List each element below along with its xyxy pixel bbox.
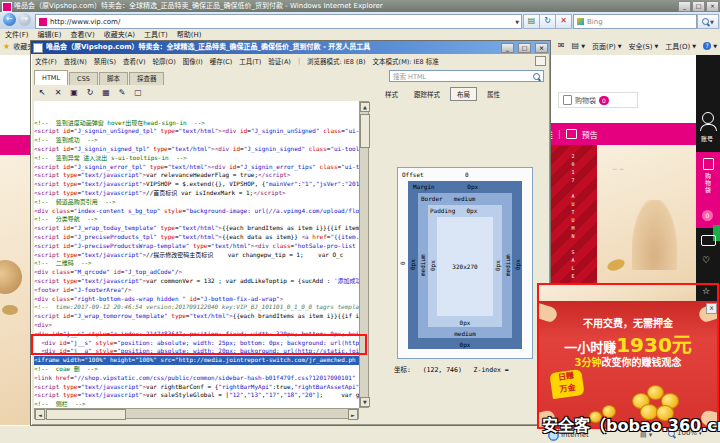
code-line[interactable]: <div id="j__s" style="z-index: 214748364… (34, 330, 359, 339)
code-line[interactable]: <script id="J_wrap_today_template" type=… (34, 224, 359, 233)
code-line[interactable]: <footer id="J-footerArea"/> (34, 286, 359, 295)
devtools-menu-item[interactable]: 工具(T) (239, 56, 261, 66)
url-text[interactable]: http://www.vip.com/ (50, 18, 513, 26)
account-icon[interactable] (702, 112, 714, 124)
maximize-button[interactable]: □ (692, 1, 705, 12)
code-line[interactable]: <div id="j__s" style="position: absolute… (34, 339, 359, 348)
code-line[interactable]: <script id="J_wrap_tomorrow_template" ty… (34, 312, 359, 321)
browser-mode-menu[interactable]: 浏览器模式: IE8 (B) (307, 56, 366, 66)
code-line[interactable]: <script id="J_signin_error_tpl" type="te… (34, 163, 359, 172)
devtools-right-tab[interactable]: 跟踪样式 (408, 88, 446, 100)
ad-banner[interactable]: 不用交费，无需押金 一小时赚1930元 3分钟改变你的赚钱观念 日赚 万金 x (537, 301, 719, 429)
devtools-maximize-button[interactable]: □ (518, 43, 531, 53)
safety-menu-button[interactable]: 安全(S)▼ (629, 41, 659, 51)
devtools-right-tab[interactable]: 属性 (481, 88, 506, 100)
address-dropdown-icon[interactable]: ▼ (513, 19, 521, 25)
compatibility-view-button[interactable]: ▤ (523, 14, 540, 29)
page-menu-button[interactable]: 页面(P)▼ (592, 41, 622, 51)
back-button[interactable]: ← (3, 13, 16, 26)
document-mode-menu[interactable]: 文本模式(M): IE8 标准 (373, 56, 439, 66)
code-line[interactable]: <script type="text/javascript">var relev… (34, 171, 359, 180)
devtools-tool-icon[interactable]: ✎ (115, 86, 129, 100)
devtools-menu-item[interactable]: 查看(V) (123, 56, 146, 66)
coupon-icon[interactable] (701, 235, 716, 246)
code-line[interactable]: <div> (34, 321, 359, 330)
code-line[interactable]: <div class="M_qrcode" id="J_top_adCode"/… (34, 268, 359, 277)
ad-close-button[interactable]: x (706, 303, 717, 314)
code-line[interactable]: <script id="J_signin_unSigned_tpl" type=… (34, 127, 359, 136)
code-line[interactable]: <div class="index-content s_bg_top" styl… (34, 207, 359, 216)
print-button[interactable]: ▤▼ (572, 42, 585, 50)
devtools-menu-item[interactable]: 图像(I) (183, 56, 203, 66)
code-line[interactable]: <script type="text/javascript">var right… (34, 383, 359, 392)
ie-menu-item[interactable]: 查看(V) (70, 29, 94, 39)
devtools-tab[interactable]: CSS (69, 72, 98, 85)
tools-menu-button[interactable]: 工具(O)▼ (665, 41, 696, 51)
nav-item-label[interactable]: 预告 (582, 129, 598, 140)
code-line[interactable]: <script type="text/javascript">//首页标识 va… (34, 189, 359, 198)
devtools-tab[interactable]: 探查器 (129, 72, 165, 85)
stop-button[interactable]: ✕ (555, 14, 572, 29)
close-button[interactable]: × (706, 1, 719, 12)
code-line[interactable]: <!-- coae 删 --> (34, 365, 359, 374)
ie-menu-item[interactable]: 编辑(E) (38, 29, 62, 39)
code-vscrollbar[interactable]: ▲ ▼ (359, 101, 369, 408)
address-field[interactable]: http://www.vip.com/ ▼ (35, 14, 522, 29)
devtools-tool-icon[interactable]: ↻ (83, 86, 97, 100)
code-line[interactable]: <script id="J_preciseProducts_tpl" type=… (34, 233, 359, 242)
devtools-minimize-button[interactable]: _ (501, 43, 514, 53)
devtools-close-button[interactable]: × (535, 43, 548, 53)
favorite-heart-icon[interactable]: ♡ (702, 255, 710, 265)
devtools-menu-item[interactable]: 轮廓(O) (152, 56, 175, 66)
devtools-menu-item[interactable]: 查找(N) (64, 56, 87, 66)
devtools-right-tab[interactable]: 样式 (379, 88, 404, 100)
devtools-tool-icon[interactable]: ▢ (131, 86, 145, 100)
devtools-menu-item[interactable]: 禁用(S) (94, 56, 116, 66)
code-line[interactable]: <!-- 签到成功 --> (34, 136, 359, 145)
code-line[interactable]: <!-- 签到异常 进入淡出 s-ui-tooltips-in --> (34, 154, 359, 163)
devtools-tab[interactable]: HTML (34, 70, 68, 85)
search-button[interactable]: ▼ (697, 14, 719, 29)
read-mail-button[interactable]: ✉ (558, 42, 565, 50)
sidebar-bag-section[interactable]: 购物袋 0 (696, 152, 720, 228)
code-line[interactable]: <script type="text/javascript">var saleS… (34, 391, 359, 400)
code-line[interactable]: <div class="right-bottom-ads-wrap hidden… (34, 295, 359, 304)
code-line[interactable]: <div id="j__a" style="position: absolute… (34, 347, 359, 356)
code-line[interactable]: <script id="J_signin_signed_tpl" type="t… (34, 145, 359, 154)
code-line[interactable]: <!-- 二维码 --> (34, 259, 359, 268)
refresh-button[interactable]: ↻ (539, 14, 556, 29)
devtools-menu-item[interactable]: 验证(A) (268, 56, 291, 66)
unpin-icon[interactable] (535, 56, 546, 66)
code-line[interactable]: <!-- time:2017-09-12 20:46:54 version:20… (34, 303, 359, 312)
ie-menu-item[interactable]: 工具(T) (144, 29, 168, 39)
account-label[interactable]: 账号 (701, 134, 713, 143)
code-line[interactable]: <!-- 侧栏 --> (34, 400, 359, 408)
code-line[interactable]: <!-- 频道品购页引用 --> (34, 198, 359, 207)
devtools-search-box[interactable]: 搜索 HTML (389, 70, 544, 82)
help-button[interactable]: ?▼ (703, 42, 717, 50)
minimize-button[interactable]: _ (678, 1, 691, 12)
code-line[interactable]: <script id="J-preciseProductsWrap-templa… (34, 242, 359, 251)
devtools-tool-icon[interactable]: ▦ (99, 86, 113, 100)
ie-menu-item[interactable]: 帮助(H) (177, 29, 202, 39)
code-line[interactable]: <script type="text/javascript">//提示修改密码主… (34, 251, 359, 260)
code-line[interactable]: <iframe width="100%" height="100%" src="… (34, 356, 359, 365)
code-line[interactable]: <!-- 签到进度动画弹窗 hover出现在head-sign-in --> (34, 119, 359, 128)
devtools-tool-icon[interactable]: ▣ (67, 86, 81, 100)
devtools-tab[interactable]: 脚本 (99, 72, 128, 85)
code-line[interactable]: <script type="text/javascript">var commo… (34, 277, 359, 286)
code-hscrollbar[interactable]: ◄ ► (34, 408, 359, 419)
code-line[interactable]: <link href="//shop.vipstatic.com/css/pub… (34, 374, 359, 383)
devtools-tool-icon[interactable]: ✕ (51, 86, 65, 100)
code-line[interactable]: <!-- 分类导航 --> (34, 215, 359, 224)
devtools-tool-icon[interactable]: ↖ (35, 86, 49, 100)
bing-search-box[interactable]: Bing (573, 14, 697, 29)
code-line[interactable]: <script type="text/javascript">VIPSHOP =… (34, 180, 359, 189)
forward-button[interactable]: → (18, 13, 31, 26)
devtools-right-tab[interactable]: 布局 (450, 87, 477, 101)
devtools-menu-item[interactable]: 文件(F) (35, 56, 57, 66)
devtools-menu-item[interactable]: 缓存(C) (210, 56, 233, 66)
ie-menu-item[interactable]: 文件(F) (5, 29, 29, 39)
ie-menu-item[interactable]: 收藏夹(A) (104, 29, 135, 39)
bag-button[interactable]: 购物袋 0 (558, 92, 638, 108)
